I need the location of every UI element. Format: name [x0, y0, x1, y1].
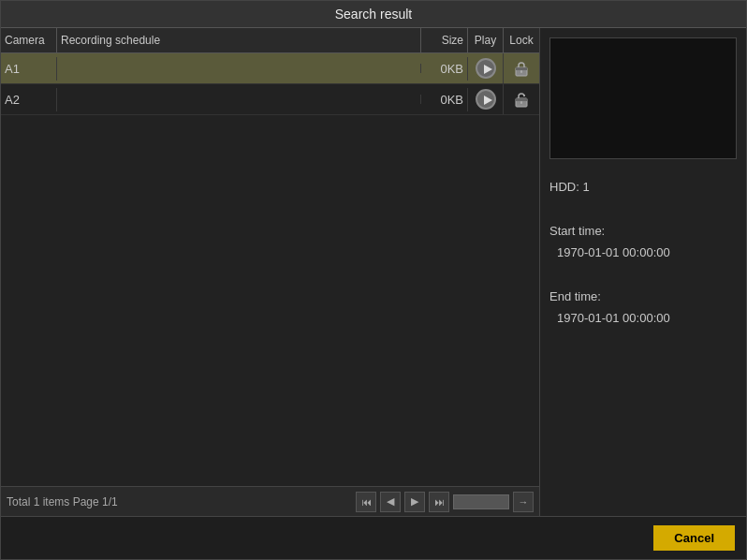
svg-rect-5 — [520, 101, 522, 104]
col-header-camera: Camera — [1, 28, 57, 52]
cell-camera: A2 — [1, 88, 57, 111]
play-button[interactable] — [476, 58, 496, 79]
table-row[interactable]: A2 0KB — [1, 84, 539, 115]
unlock-icon[interactable] — [512, 90, 531, 109]
cell-size: 0KB — [421, 57, 468, 81]
col-header-size: Size — [421, 28, 468, 52]
table-header: Camera Recording schedule Size Play Lock — [1, 28, 539, 53]
next-page-button[interactable]: ▶ — [404, 492, 425, 512]
cell-play[interactable] — [468, 53, 504, 83]
cell-camera: A1 — [1, 57, 57, 81]
svg-rect-1 — [516, 67, 527, 70]
cell-play[interactable] — [468, 84, 504, 114]
prev-page-button[interactable]: ◀ — [380, 492, 401, 512]
left-panel: Camera Recording schedule Size Play Lock… — [1, 28, 540, 516]
col-header-play: Play — [468, 28, 504, 52]
first-page-button[interactable]: ⏮ — [356, 492, 376, 512]
table-row[interactable]: A1 0KB — [1, 53, 539, 84]
col-header-schedule: Recording schedule — [57, 28, 421, 52]
play-button[interactable] — [476, 89, 496, 110]
hdd-info: HDD: 1 — [549, 176, 737, 198]
table-body: A1 0KB — [1, 53, 539, 486]
right-panel: HDD: 1 Start time: 1970-01-01 00:00:00 E… — [540, 28, 746, 516]
svg-rect-4 — [516, 98, 527, 101]
cell-schedule — [57, 95, 421, 104]
end-time-label: End time: — [549, 286, 737, 307]
content-area: Camera Recording schedule Size Play Lock… — [1, 28, 746, 516]
cell-size: 0KB — [421, 88, 468, 111]
cell-lock[interactable] — [504, 54, 539, 82]
dialog: Search result Camera Recording schedule … — [0, 0, 747, 560]
dialog-title: Search result — [1, 1, 746, 28]
cell-schedule — [57, 64, 421, 73]
cell-lock[interactable] — [504, 85, 539, 113]
col-header-lock: Lock — [504, 28, 539, 52]
lock-icon[interactable] — [512, 59, 531, 78]
preview-area — [549, 37, 737, 159]
svg-rect-2 — [520, 70, 522, 73]
start-time-label: Start time: — [549, 220, 737, 242]
bottom-bar: Cancel — [1, 516, 746, 559]
cancel-button[interactable]: Cancel — [653, 525, 735, 551]
end-time-value: 1970-01-01 00:00:00 — [549, 307, 737, 329]
pagination-bar: Total 1 items Page 1/1 ⏮ ◀ ▶ ⏭ → — [1, 486, 539, 516]
forward-button[interactable]: → — [513, 492, 534, 512]
last-page-button[interactable]: ⏭ — [429, 492, 449, 512]
pagination-info: Total 1 items Page 1/1 — [7, 495, 352, 508]
info-section: HDD: 1 Start time: 1970-01-01 00:00:00 E… — [549, 176, 737, 330]
progress-bar — [453, 494, 509, 509]
start-time-value: 1970-01-01 00:00:00 — [549, 242, 737, 263]
